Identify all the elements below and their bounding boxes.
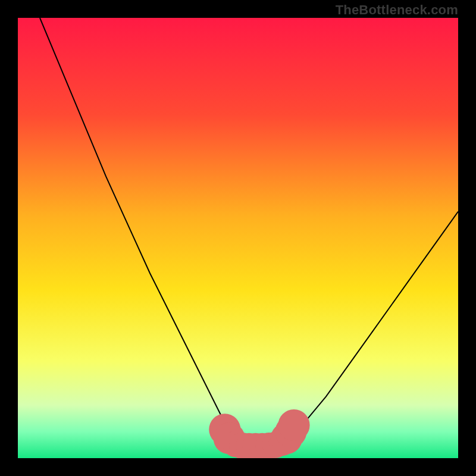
marker-group [209,409,309,458]
bottleneck-curve [40,18,458,445]
watermark-text: TheBottleneck.com [336,2,458,18]
chart-frame: TheBottleneck.com [0,0,476,476]
plot-area [18,18,458,458]
marker-dot [278,409,309,441]
curve-layer [18,18,458,458]
